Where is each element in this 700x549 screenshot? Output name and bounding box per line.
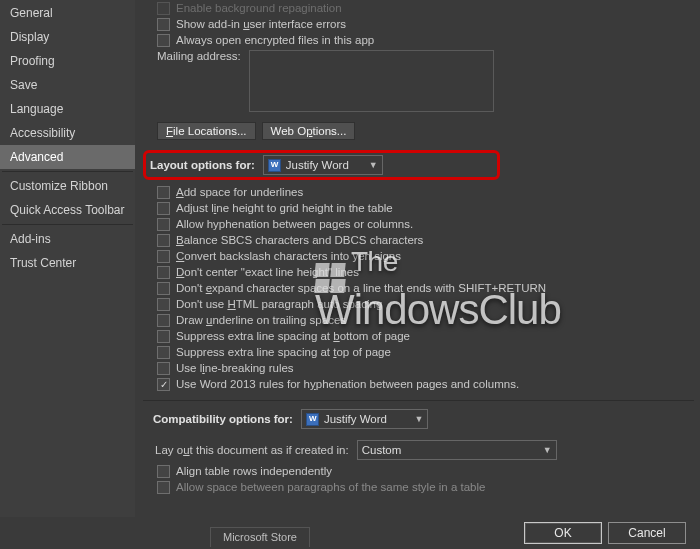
- checkbox: [157, 2, 170, 15]
- layout-opt-12[interactable]: ✓Use Word 2013 rules for hyphenation bet…: [143, 376, 700, 392]
- checkbox[interactable]: [157, 218, 170, 231]
- mailing-address-label: Mailing address:: [157, 50, 241, 62]
- file-locations-button[interactable]: File Locations...: [157, 122, 256, 140]
- sidebar-divider: [2, 224, 133, 225]
- label: Suppress extra line spacing at bottom of…: [176, 330, 410, 342]
- combo-value: Custom: [362, 444, 402, 456]
- word-doc-icon: [306, 413, 319, 426]
- layout-as-if-row: Lay out this document as if created in: …: [143, 437, 700, 463]
- sidebar-item-proofing[interactable]: Proofing: [0, 49, 135, 73]
- label: Balance SBCS characters and DBCS charact…: [176, 234, 423, 246]
- sidebar-item-save[interactable]: Save: [0, 73, 135, 97]
- section-title: Layout options for:: [150, 159, 255, 171]
- mailing-address-row: Mailing address:: [143, 48, 700, 118]
- layout-options-header: Layout options for: Justify Word ▼: [143, 150, 500, 180]
- options-content: Enable background repagination Show add-…: [135, 0, 700, 517]
- label: Use line-breaking rules: [176, 362, 294, 374]
- opt-allow-space-paragraphs: Allow space between paragraphs of the sa…: [143, 479, 700, 495]
- sidebar-item-language[interactable]: Language: [0, 97, 135, 121]
- label: Lay out this document as if created in:: [155, 444, 349, 456]
- label: Allow hyphenation between pages or colum…: [176, 218, 413, 230]
- sidebar-item-customize-ribbon[interactable]: Customize Ribbon: [0, 174, 135, 198]
- label: Adjust line height to grid height in the…: [176, 202, 393, 214]
- layout-options-list: Add space for underlinesAdjust line heig…: [143, 184, 700, 392]
- combo-value: Justify Word: [324, 413, 387, 425]
- sidebar-item-advanced[interactable]: Advanced: [0, 145, 135, 169]
- checkbox[interactable]: [157, 330, 170, 343]
- chevron-down-icon: ▼: [415, 414, 424, 424]
- checkbox[interactable]: [157, 250, 170, 263]
- layout-opt-7[interactable]: Don't use HTML paragraph auto spacing: [143, 296, 700, 312]
- web-options-button[interactable]: Web Options...: [262, 122, 356, 140]
- label: Enable background repagination: [176, 2, 342, 14]
- label: Don't use HTML paragraph auto spacing: [176, 298, 382, 310]
- opt-enable-bg-repagination: Enable background repagination: [143, 0, 700, 16]
- microsoft-store-tab[interactable]: Microsoft Store: [210, 527, 310, 547]
- layout-opt-4[interactable]: Convert backslash characters into yen si…: [143, 248, 700, 264]
- sidebar-divider: [2, 171, 133, 172]
- label: Show add-in user interface errors: [176, 18, 346, 30]
- chevron-down-icon: ▼: [369, 160, 378, 170]
- chevron-down-icon: ▼: [543, 445, 552, 455]
- checkbox[interactable]: [157, 298, 170, 311]
- layout-opt-8[interactable]: Draw underline on trailing spaces: [143, 312, 700, 328]
- checkbox[interactable]: [157, 34, 170, 47]
- checkbox: [157, 481, 170, 494]
- label: Add space for underlines: [176, 186, 303, 198]
- checkbox[interactable]: [157, 362, 170, 375]
- checkbox[interactable]: [157, 314, 170, 327]
- cancel-button[interactable]: Cancel: [608, 522, 686, 544]
- checkbox[interactable]: [157, 266, 170, 279]
- sidebar-item-accessibility[interactable]: Accessibility: [0, 121, 135, 145]
- layout-opt-2[interactable]: Allow hyphenation between pages or colum…: [143, 216, 700, 232]
- sidebar-item-add-ins[interactable]: Add-ins: [0, 227, 135, 251]
- layout-options-combo[interactable]: Justify Word ▼: [263, 155, 383, 175]
- label: Always open encrypted files in this app: [176, 34, 374, 46]
- checkbox[interactable]: [157, 282, 170, 295]
- compat-options-combo[interactable]: Justify Word ▼: [301, 409, 429, 429]
- word-doc-icon: [268, 159, 281, 172]
- checkbox[interactable]: [157, 234, 170, 247]
- layout-as-if-combo[interactable]: Custom ▼: [357, 440, 557, 460]
- layout-opt-9[interactable]: Suppress extra line spacing at bottom of…: [143, 328, 700, 344]
- compat-options-header: Compatibility options for: Justify Word …: [143, 405, 560, 433]
- checkbox[interactable]: [157, 465, 170, 478]
- label: Allow space between paragraphs of the sa…: [176, 481, 485, 493]
- label: Draw underline on trailing spaces: [176, 314, 346, 326]
- layout-opt-5[interactable]: Don't center "exact line height" lines: [143, 264, 700, 280]
- section-title: Compatibility options for:: [153, 413, 293, 425]
- label: Convert backslash characters into yen si…: [176, 250, 401, 262]
- opt-always-open-encrypted[interactable]: Always open encrypted files in this app: [143, 32, 700, 48]
- checkbox[interactable]: [157, 202, 170, 215]
- mailing-address-field[interactable]: [249, 50, 494, 112]
- dialog-footer: Microsoft Store OK Cancel: [0, 517, 700, 549]
- sidebar-item-quick-access-toolbar[interactable]: Quick Access Toolbar: [0, 198, 135, 222]
- opt-show-addin-errors[interactable]: Show add-in user interface errors: [143, 16, 700, 32]
- layout-opt-0[interactable]: Add space for underlines: [143, 184, 700, 200]
- label: Suppress extra line spacing at top of pa…: [176, 346, 391, 358]
- checkbox[interactable]: [157, 18, 170, 31]
- label: Don't center "exact line height" lines: [176, 266, 359, 278]
- checkbox[interactable]: [157, 186, 170, 199]
- checkbox[interactable]: ✓: [157, 378, 170, 391]
- layout-opt-6[interactable]: Don't expand character spaces on a line …: [143, 280, 700, 296]
- label: Don't expand character spaces on a line …: [176, 282, 546, 294]
- ok-button[interactable]: OK: [524, 522, 602, 544]
- label: Use Word 2013 rules for hyphenation betw…: [176, 378, 519, 390]
- sidebar-item-general[interactable]: General: [0, 1, 135, 25]
- layout-opt-11[interactable]: Use line-breaking rules: [143, 360, 700, 376]
- layout-opt-10[interactable]: Suppress extra line spacing at top of pa…: [143, 344, 700, 360]
- sidebar-item-trust-center[interactable]: Trust Center: [0, 251, 135, 275]
- layout-opt-1[interactable]: Adjust line height to grid height in the…: [143, 200, 700, 216]
- label: Align table rows independently: [176, 465, 332, 477]
- opt-align-table-rows[interactable]: Align table rows independently: [143, 463, 700, 479]
- divider: [143, 400, 694, 401]
- checkbox[interactable]: [157, 346, 170, 359]
- combo-value: Justify Word: [286, 159, 349, 171]
- layout-opt-3[interactable]: Balance SBCS characters and DBCS charact…: [143, 232, 700, 248]
- options-sidebar: GeneralDisplayProofingSaveLanguageAccess…: [0, 0, 135, 517]
- sidebar-item-display[interactable]: Display: [0, 25, 135, 49]
